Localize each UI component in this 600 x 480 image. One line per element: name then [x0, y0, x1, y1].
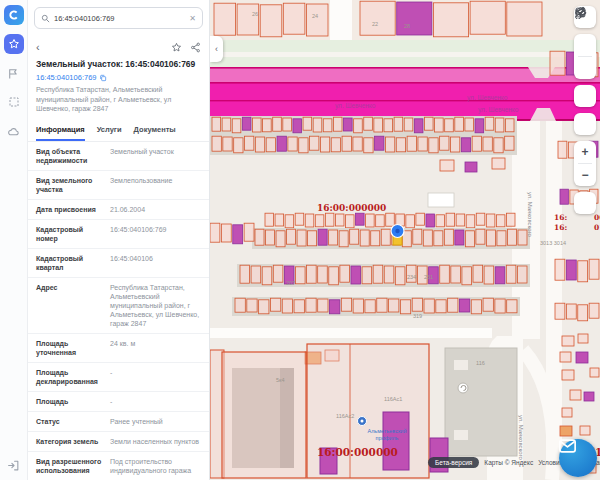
- tab-services[interactable]: Услуги: [97, 122, 122, 141]
- table-row: Площадь-: [28, 392, 209, 412]
- clear-search-button[interactable]: ✕: [189, 14, 196, 23]
- draw-tools-group: [574, 34, 596, 79]
- map-label: 16:: [554, 223, 567, 232]
- tab-documents[interactable]: Документы: [134, 122, 176, 141]
- cadastral-number: 16:45:040106:769: [36, 73, 96, 82]
- table-row: Категория земельЗемли населенных пунктов: [28, 432, 209, 452]
- table-row: Площадь декларированная-: [28, 363, 209, 392]
- map-label: 116Ас1: [384, 396, 402, 402]
- share-icon: [190, 42, 201, 53]
- map-label: 207: [286, 280, 295, 286]
- page-title: Земельный участок: 16:45:040106:769: [28, 57, 209, 72]
- sidebar-item-layers[interactable]: [4, 63, 24, 83]
- map-label: 234: [407, 274, 416, 280]
- map-label: ул. Шевченко: [478, 106, 519, 114]
- upload-button[interactable]: [574, 85, 596, 107]
- info-panel: ✕ ‹ Земельный участок: 16:45:040106:769 …: [28, 0, 210, 480]
- highlighted-street: [210, 67, 600, 121]
- nspd-logo[interactable]: [4, 5, 24, 25]
- row-value: Ранее учтенный: [110, 417, 201, 426]
- copyright-text: Карты © Яндекс: [484, 459, 533, 466]
- panel-tabs: Информация Услуги Документы: [28, 119, 209, 142]
- map-label: 16:00:000000: [317, 446, 398, 458]
- row-label: Площадь уточненная: [36, 339, 104, 357]
- row-value: -: [110, 368, 201, 386]
- row-value: Земельный участок: [110, 147, 201, 165]
- row-value: 16:45:040106:769: [110, 225, 201, 243]
- map-canvas[interactable]: ул. Шевченкоул. Шевченкоул. Шевченкоул. …: [210, 0, 600, 480]
- zoom-out-button[interactable]: −: [574, 164, 596, 186]
- app-window: ✕ ‹ Земельный участок: 16:45:040106:769 …: [0, 0, 600, 480]
- sidebar-item-cloud[interactable]: [4, 121, 24, 141]
- row-value: 21.06.2004: [110, 205, 201, 214]
- table-row: Дата присвоения21.06.2004: [28, 200, 209, 220]
- map-label: 3013 3014: [540, 240, 566, 246]
- collapse-panel-button[interactable]: ‹: [210, 36, 223, 62]
- map-label: 5к4: [276, 377, 285, 383]
- zoom-in-button[interactable]: +: [574, 141, 596, 163]
- tab-information[interactable]: Информация: [36, 122, 85, 141]
- row-label: Дата присвоения: [36, 205, 104, 214]
- map-label: ул. Маяковского: [527, 192, 533, 238]
- poi-marker[interactable]: [358, 417, 367, 426]
- map-label: 26: [252, 11, 258, 17]
- map-label: Альметьевский: [367, 428, 406, 434]
- chat-button[interactable]: [559, 439, 597, 477]
- map-label: 16:00:000000: [317, 203, 386, 213]
- beta-badge: Бета-версия: [428, 457, 479, 468]
- map-label: 01: [594, 223, 600, 232]
- star-icon: [171, 42, 182, 53]
- sidebar-item-selection[interactable]: [4, 92, 24, 112]
- table-row: Кадастровый номер16:45:040106:769: [28, 220, 209, 249]
- row-value: 24 кв. м: [110, 339, 201, 357]
- map-label: 16:: [554, 213, 567, 222]
- object-address: Республика Татарстан, Альметьевский муни…: [28, 85, 209, 119]
- map-label: профиль: [376, 435, 399, 441]
- navigation-arrow-icon: [574, 6, 586, 18]
- row-label: Площадь декларированная: [36, 368, 104, 386]
- star-icon: [8, 38, 20, 50]
- logo-icon: [8, 9, 20, 21]
- table-row: Вид разрешенного использованияПод строит…: [28, 452, 209, 480]
- back-button[interactable]: ‹: [36, 41, 40, 53]
- map-label: 231: [424, 274, 433, 280]
- row-label: Вид объекта недвижимости: [36, 147, 104, 165]
- search-icon: [41, 14, 50, 23]
- map-render: ул. Шевченкоул. Шевченкоул. Шевченкоул. …: [210, 0, 600, 480]
- share-button[interactable]: [190, 42, 201, 53]
- copy-icon[interactable]: [99, 74, 107, 82]
- map-label: 22: [372, 21, 378, 27]
- map-label: ул. Маяковского: [518, 415, 524, 461]
- row-label: Категория земель: [36, 437, 104, 446]
- row-label: Статус: [36, 417, 104, 426]
- locate-button[interactable]: [574, 192, 596, 214]
- row-label: Вид разрешенного использования: [36, 457, 104, 475]
- row-label: Кадастровый квартал: [36, 254, 104, 272]
- share-map-button[interactable]: [574, 113, 596, 135]
- measure-button[interactable]: [574, 34, 596, 56]
- search-input[interactable]: [54, 14, 185, 23]
- selected-parcel[interactable]: [391, 225, 404, 246]
- table-row: АдресРеспублика Татарстан, Альметьевский…: [28, 278, 209, 334]
- row-value: Земли населенных пунктов: [110, 437, 201, 446]
- map-label: 116: [476, 360, 485, 366]
- map-label: 00: [594, 213, 600, 222]
- row-value: Землепользование: [110, 176, 201, 194]
- edit-button[interactable]: [574, 57, 596, 79]
- map-label: 319: [413, 313, 422, 319]
- cadastral-number-link[interactable]: 16:45:040106:769: [28, 72, 209, 85]
- login-button[interactable]: [4, 455, 24, 475]
- attributes-table: Вид объекта недвижимостиЗемельный участо…: [28, 142, 209, 480]
- row-value: -: [110, 397, 201, 406]
- row-value: 16:45:040106: [110, 254, 201, 272]
- sidebar-item-favorites[interactable]: [4, 34, 24, 54]
- row-label: Вид земельного участка: [36, 176, 104, 194]
- map-label: ул. Шевченко: [335, 102, 376, 110]
- left-icon-rail: [0, 0, 28, 480]
- favorite-star-button[interactable]: [171, 42, 182, 53]
- table-row: Вид земельного участкаЗемлепользование: [28, 171, 209, 200]
- map-label: 28: [404, 23, 410, 29]
- map-label: 116Ас2: [336, 413, 354, 419]
- table-row: Кадастровый квартал16:45:040106: [28, 249, 209, 278]
- table-row: Вид объекта недвижимостиЗемельный участо…: [28, 142, 209, 171]
